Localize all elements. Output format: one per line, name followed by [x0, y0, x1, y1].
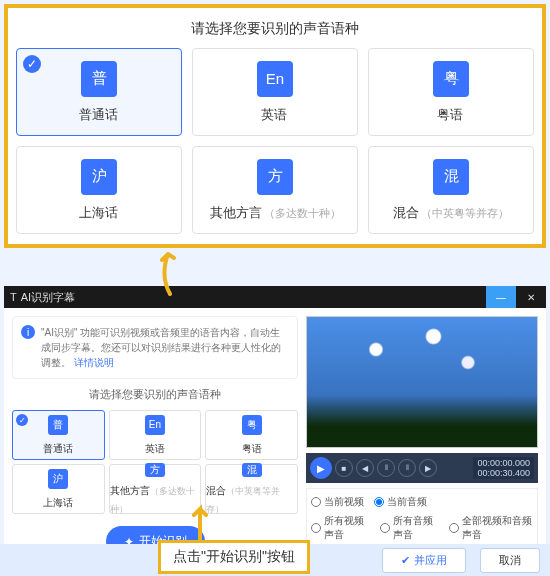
- language-name: 上海话: [79, 203, 120, 222]
- language-card[interactable]: ✓普普通话: [16, 48, 182, 136]
- language-badge: 普: [81, 61, 117, 97]
- play-button[interactable]: ▶: [310, 457, 332, 479]
- language-badge: 粤: [242, 415, 262, 435]
- language-name: 粤语: [242, 438, 262, 456]
- next-button[interactable]: ▶: [419, 459, 437, 477]
- radio-input[interactable]: [449, 523, 459, 533]
- language-name: 上海话: [43, 492, 73, 510]
- video-preview[interactable]: [306, 316, 538, 448]
- language-badge: 沪: [81, 159, 117, 195]
- language-name: 英语: [145, 438, 165, 456]
- callout-label: 点击"开始识别"按钮: [158, 540, 310, 574]
- window-controls: — ✕: [486, 286, 546, 308]
- cancel-button[interactable]: 取消: [480, 548, 540, 573]
- language-name: 混合（中英粤等并存）: [206, 480, 297, 516]
- language-badge: En: [257, 61, 293, 97]
- annotation-arrow-top: [150, 246, 190, 296]
- language-badge: 粤: [433, 61, 469, 97]
- language-badge: 普: [48, 415, 68, 435]
- language-card[interactable]: 混混合（中英粤等并存）: [368, 146, 534, 234]
- language-card[interactable]: 粤粤语: [368, 48, 534, 136]
- radio-input[interactable]: [311, 523, 321, 533]
- panel-title: 请选择您要识别的声音语种: [16, 20, 534, 38]
- left-pane: i "AI识别" 功能可识别视频或音频里的语音内容，自动生成同步字幕。您还可以对…: [12, 316, 298, 557]
- info-icon: i: [21, 325, 35, 339]
- radio-input[interactable]: [380, 523, 390, 533]
- language-select-panel: 请选择您要识别的声音语种 ✓普普通话En英语粤粤语沪上海话方其他方言（多达数十种…: [4, 4, 546, 248]
- language-name: 其他方言（多达数十种）: [110, 480, 201, 516]
- language-badge: 方: [145, 463, 165, 477]
- language-badge: 方: [257, 159, 293, 195]
- right-pane: ▶ ■ ◀ ⦀ ⦀ ▶ 00:00:00.000 00:00:30.400 当前…: [306, 316, 538, 557]
- source-option[interactable]: 当前视频: [311, 495, 364, 509]
- info-text: "AI识别" 功能可识别视频或音频里的语音内容，自动生成同步字幕。您还可以对识别…: [41, 325, 289, 370]
- time-display: 00:00:00.000 00:00:30.400: [473, 457, 534, 479]
- skip-fwd-button[interactable]: ⦀: [398, 459, 416, 477]
- language-name: 英语: [261, 105, 289, 124]
- source-option[interactable]: 所有视频声音: [311, 514, 370, 542]
- stop-button[interactable]: ■: [335, 459, 353, 477]
- window-title: T AI识别字幕: [10, 290, 75, 305]
- check-icon: ✔: [401, 554, 410, 567]
- language-card[interactable]: 方其他方言（多达数十种）: [192, 146, 358, 234]
- mini-language-card[interactable]: En英语: [109, 410, 202, 460]
- language-badge: 混: [433, 159, 469, 195]
- app-icon: T: [10, 291, 17, 303]
- language-name: 普通话: [43, 438, 73, 456]
- language-name: 粤语: [437, 105, 465, 124]
- mini-language-card[interactable]: 粤粤语: [205, 410, 298, 460]
- player-controls: ▶ ■ ◀ ⦀ ⦀ ▶ 00:00:00.000 00:00:30.400: [306, 453, 538, 483]
- language-badge: 混: [242, 463, 262, 477]
- prev-button[interactable]: ◀: [356, 459, 374, 477]
- check-icon: ✓: [23, 55, 41, 73]
- mini-language-card[interactable]: 方其他方言（多达数十种）: [109, 464, 202, 514]
- language-badge: En: [145, 415, 165, 435]
- language-name: 普通话: [79, 105, 120, 124]
- minimize-button[interactable]: —: [486, 286, 516, 308]
- language-name: 混合（中英粤等并存）: [393, 203, 509, 222]
- language-card[interactable]: En英语: [192, 48, 358, 136]
- language-grid: ✓普普通话En英语粤粤语沪上海话方其他方言（多达数十种）混混合（中英粤等并存）: [16, 48, 534, 234]
- mini-language-card[interactable]: ✓普普通话: [12, 410, 105, 460]
- app-window: T AI识别字幕 — ✕ i "AI识别" 功能可识别视频或音频里的语音内容，自…: [4, 286, 546, 544]
- info-link[interactable]: 详情说明: [74, 357, 114, 368]
- language-card[interactable]: 沪上海话: [16, 146, 182, 234]
- mini-language-card[interactable]: 混混合（中英粤等并存）: [205, 464, 298, 514]
- radio-input[interactable]: [374, 497, 384, 507]
- mini-language-grid: ✓普普通话En英语粤粤语沪上海话方其他方言（多达数十种）混混合（中英粤等并存）: [12, 410, 298, 514]
- skip-back-button[interactable]: ⦀: [377, 459, 395, 477]
- source-option[interactable]: 所有音频声音: [380, 514, 439, 542]
- check-icon: ✓: [16, 414, 28, 426]
- source-option[interactable]: 当前音频: [374, 495, 427, 509]
- close-button[interactable]: ✕: [516, 286, 546, 308]
- apply-button[interactable]: ✔ 并应用: [382, 548, 466, 573]
- language-name: 其他方言（多达数十种）: [210, 203, 341, 222]
- annotation-arrow-bottom: [190, 503, 210, 543]
- radio-input[interactable]: [311, 497, 321, 507]
- app-body: i "AI识别" 功能可识别视频或音频里的语音内容，自动生成同步字幕。您还可以对…: [4, 308, 546, 565]
- language-badge: 沪: [48, 469, 68, 489]
- info-box: i "AI识别" 功能可识别视频或音频里的语音内容，自动生成同步字幕。您还可以对…: [12, 316, 298, 379]
- source-option[interactable]: 全部视频和音频声音: [449, 514, 533, 542]
- titlebar: T AI识别字幕 — ✕: [4, 286, 546, 308]
- mini-language-card[interactable]: 沪上海话: [12, 464, 105, 514]
- mini-title: 请选择您要识别的声音语种: [12, 387, 298, 402]
